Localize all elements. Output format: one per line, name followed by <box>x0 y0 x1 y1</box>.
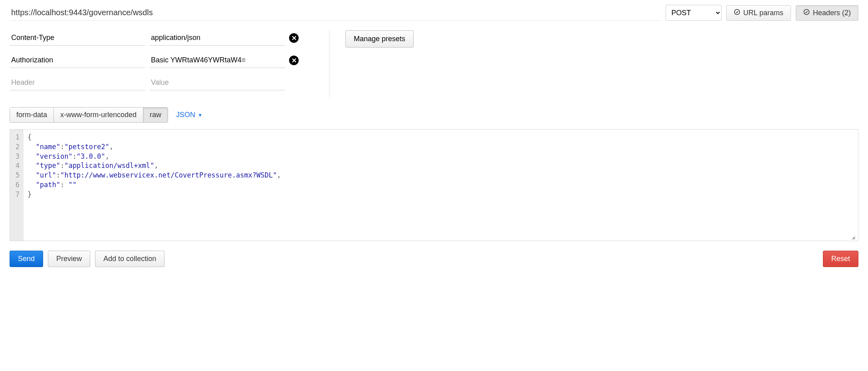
header-row: ✕ <box>10 53 313 68</box>
vertical-divider <box>329 30 329 98</box>
header-key-input-new[interactable] <box>10 75 145 90</box>
preview-button[interactable]: Preview <box>48 251 90 267</box>
reset-button[interactable]: Reset <box>823 251 858 267</box>
add-to-collection-button[interactable]: Add to collection <box>95 251 164 267</box>
http-method-select[interactable]: POST <box>666 5 721 21</box>
edit-icon <box>734 9 740 17</box>
body-type-raw[interactable]: raw <box>143 108 168 122</box>
header-value-input-new[interactable] <box>149 75 285 90</box>
header-row: ✕ <box>10 30 313 46</box>
send-button[interactable]: Send <box>10 251 43 267</box>
url-params-button[interactable]: URL params <box>726 5 791 21</box>
headers-label: Headers (2) <box>813 9 851 17</box>
url-input[interactable] <box>10 5 661 21</box>
header-value-input[interactable] <box>149 30 285 46</box>
body-format-dropdown[interactable]: JSON ▼ <box>176 111 202 119</box>
resize-handle-icon[interactable]: ◢ <box>852 234 857 240</box>
caret-down-icon: ▼ <box>198 112 202 118</box>
headers-button[interactable]: Headers (2) <box>796 5 858 21</box>
header-key-input[interactable] <box>10 30 145 46</box>
line-gutter: 1 2 3 4 5 6 7 <box>10 130 24 241</box>
delete-icon[interactable]: ✕ <box>289 33 299 43</box>
body-format-label: JSON <box>176 111 195 119</box>
request-body-editor[interactable]: 1 2 3 4 5 6 7 { "name":"petstore2", "ver… <box>10 129 858 241</box>
header-key-input[interactable] <box>10 53 145 68</box>
edit-icon <box>803 9 810 17</box>
body-type-urlencoded[interactable]: x-www-form-urlencoded <box>54 108 143 122</box>
url-params-label: URL params <box>743 9 783 17</box>
header-value-input[interactable] <box>149 53 285 68</box>
manage-presets-button[interactable]: Manage presets <box>345 30 414 48</box>
body-type-form-data[interactable]: form-data <box>10 108 54 122</box>
headers-list: ✕ ✕ <box>10 30 313 98</box>
code-area[interactable]: { "name":"petstore2", "version":"3.0.0",… <box>24 130 858 241</box>
header-row-new <box>10 75 313 90</box>
body-type-segmented: form-data x-www-form-urlencoded raw <box>10 107 168 123</box>
delete-icon[interactable]: ✕ <box>289 56 299 65</box>
